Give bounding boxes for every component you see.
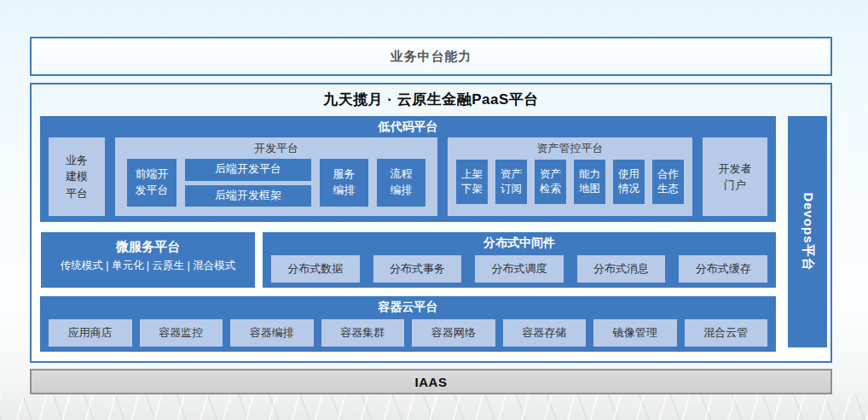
cc-item-image-management: 镜像管理 <box>593 319 677 347</box>
developer-portal-box: 开发者 门户 <box>703 137 767 216</box>
microservice-title: 微服务平台 <box>41 232 255 255</box>
platform-title: 九天揽月 · 云原生金融PaaS平台 <box>32 90 830 109</box>
container-cloud-row: 应用商店 容器监控 容器编排 容器集群 容器网络 容器存储 镜像管理 混合云管 <box>49 319 767 347</box>
middleware-item-message: 分布式消息 <box>577 255 666 283</box>
middleware-item-scheduling: 分布式调度 <box>475 255 564 283</box>
iaas-label: IAAS <box>415 375 448 389</box>
paas-platform-panel: 九天揽月 · 云原生金融PaaS平台 低代码平台 业务 建模 平台 开发平台 前… <box>30 83 832 363</box>
microservice-platform-section: 微服务平台 传统模式 | 单元化 | 云原生 | 混合模式 <box>41 232 255 288</box>
middleware-item-data: 分布式数据 <box>271 255 360 283</box>
backend-stack: 后端开发平台 后端开发框架 <box>185 159 311 207</box>
middleware-item-transaction: 分布式事务 <box>373 255 462 283</box>
asset-control-row: 上架 下架 资产 订阅 资产 检索 能力 地图 使用 情况 合作 生态 <box>456 160 684 204</box>
cc-item-cluster: 容器集群 <box>321 319 405 347</box>
cc-item-network: 容器网络 <box>412 319 495 347</box>
asset-item-search: 资产 检索 <box>535 160 566 204</box>
asset-item-onoff-shelf: 上架 下架 <box>456 160 488 204</box>
lowcode-platform-title: 低代码平台 <box>40 116 776 135</box>
container-cloud-title: 容器云平台 <box>40 296 776 315</box>
asset-item-capability-map: 能力 地图 <box>574 160 605 204</box>
asset-item-usage: 使用 情况 <box>613 160 645 204</box>
process-orchestration-box: 流程 编排 <box>377 159 425 207</box>
background-pattern <box>0 394 868 420</box>
dev-platform-row: 前端开 发平台 后端开发平台 后端开发框架 服务 编排 流程 编排 <box>127 159 425 207</box>
cc-item-hybrid-cloud: 混合云管 <box>685 319 768 347</box>
middleware-section: 分布式中间件 分布式数据 分布式事务 分布式调度 分布式消息 分布式缓存 <box>263 232 776 288</box>
iaas-bar: IAAS <box>30 369 832 394</box>
lowcode-platform-section: 低代码平台 业务 建模 平台 开发平台 前端开 发平台 后端开发平台 后端开发框… <box>40 116 776 222</box>
cc-item-storage: 容器存储 <box>503 319 587 347</box>
backend-framework-box: 后端开发框架 <box>185 185 311 207</box>
business-midplatform-banner: 业务中台能力 <box>30 37 832 76</box>
dev-platform-panel: 开发平台 前端开 发平台 后端开发平台 后端开发框架 服务 编排 流程 编排 <box>115 137 437 216</box>
container-cloud-section: 容器云平台 应用商店 容器监控 容器编排 容器集群 容器网络 容器存储 镜像管理… <box>40 296 776 352</box>
cc-item-orchestration: 容器编排 <box>230 319 314 347</box>
business-midplatform-label: 业务中台能力 <box>391 49 472 65</box>
middleware-title: 分布式中间件 <box>263 232 776 251</box>
dev-platform-title: 开发平台 <box>115 137 437 156</box>
asset-item-subscription: 资产 订阅 <box>495 160 527 204</box>
cc-item-app-store: 应用商店 <box>49 319 132 347</box>
asset-control-panel: 资产管控平台 上架 下架 资产 订阅 资产 检索 能力 地图 使用 情况 合作 … <box>448 137 692 216</box>
asset-control-title: 资产管控平台 <box>448 137 692 156</box>
cc-item-monitoring: 容器监控 <box>140 319 223 347</box>
devops-platform-label: Devops平台 <box>800 192 816 271</box>
middleware-row: 分布式数据 分布式事务 分布式调度 分布式消息 分布式缓存 <box>271 255 767 283</box>
architecture-diagram: 业务中台能力 九天揽月 · 云原生金融PaaS平台 低代码平台 业务 建模 平台… <box>0 0 868 420</box>
middleware-item-cache: 分布式缓存 <box>679 255 767 283</box>
service-orchestration-box: 服务 编排 <box>320 159 368 207</box>
microservice-modes: 传统模式 | 单元化 | 云原生 | 混合模式 <box>41 255 255 273</box>
devops-platform-bar: Devops平台 <box>788 116 827 347</box>
backend-platform-box: 后端开发平台 <box>185 159 311 181</box>
business-modeling-box: 业务 建模 平台 <box>49 137 105 216</box>
lowcode-content-row: 业务 建模 平台 开发平台 前端开 发平台 后端开发平台 后端开发框架 服务 编… <box>49 137 767 216</box>
asset-item-ecosystem: 合作 生态 <box>652 160 684 204</box>
frontend-dev-box: 前端开 发平台 <box>127 159 176 207</box>
